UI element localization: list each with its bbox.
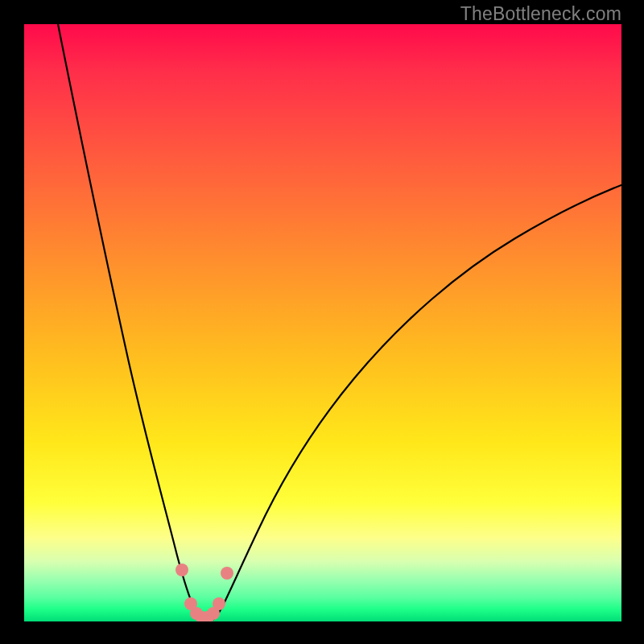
left-curve xyxy=(56,24,203,621)
dot xyxy=(175,564,188,576)
right-curve xyxy=(211,182,621,621)
plot-area xyxy=(24,24,621,621)
dot xyxy=(213,597,225,610)
marker-dots xyxy=(175,564,233,621)
chart-stage: TheBottleneck.com xyxy=(0,0,644,644)
dot xyxy=(221,567,233,580)
curve-layer xyxy=(24,24,621,621)
watermark-text: TheBottleneck.com xyxy=(460,3,621,25)
